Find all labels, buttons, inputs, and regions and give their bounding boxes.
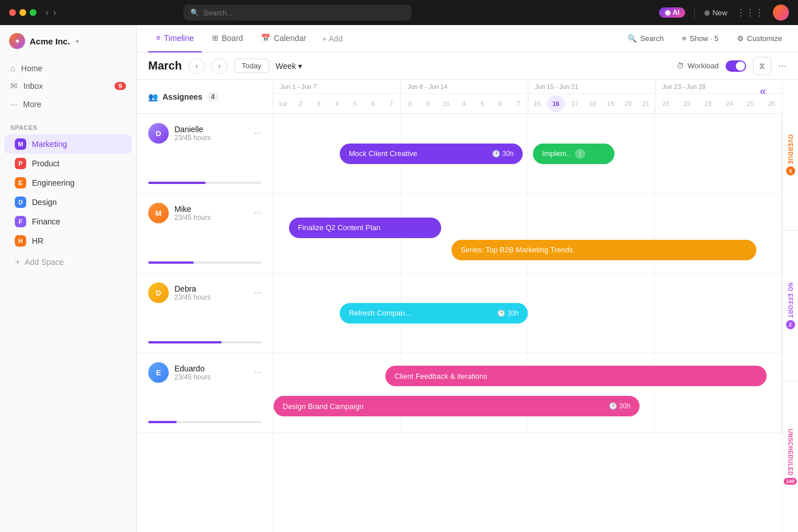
space-dot-finance: F <box>15 216 26 227</box>
chevron-down-icon: ▾ <box>76 38 79 44</box>
assignee-more-debra[interactable]: ··· <box>254 288 262 298</box>
nav-arrows: ‹ › <box>46 7 56 18</box>
space-label-engineering: Engineering <box>32 178 75 187</box>
new-button[interactable]: ⊕ New <box>704 9 727 17</box>
gantt-row-debra: Refresh Compan... 🕐 30h <box>274 273 782 353</box>
logo-icon: ✦ <box>14 37 21 46</box>
week-select[interactable]: Week ▾ <box>276 62 303 71</box>
add-space-button[interactable]: + Add Space <box>5 253 132 271</box>
assignee-details-mike: Mike 23/45 hours <box>174 204 210 222</box>
right-label-no-effort: No effort 2 <box>783 231 798 382</box>
close-dot[interactable] <box>9 9 16 16</box>
assignees-label: Assignees <box>162 92 202 101</box>
date-days-jun8: 8 9 10 4 5 6 7 <box>401 94 527 113</box>
assignee-details-eduardo: Eduardo 23/45 hours <box>174 364 210 381</box>
customize-button[interactable]: ⚙ Customize <box>732 32 787 45</box>
task-label: Refresh Compan... <box>349 309 411 317</box>
date-day: 6 <box>364 94 382 113</box>
assignee-more-danielle[interactable]: ··· <box>254 128 262 138</box>
show-label: Show · 5 <box>690 34 719 43</box>
assignee-name-danielle: Danielle <box>174 125 210 134</box>
more-options-button[interactable]: ··· <box>778 60 787 72</box>
date-group-header-jun1: Jun 1 - Jun 7 <box>274 80 400 94</box>
add-tab-button[interactable]: + Add <box>316 30 348 48</box>
search-input[interactable] <box>203 9 405 17</box>
today-button[interactable]: Today <box>234 59 269 73</box>
sidebar-item-more[interactable]: ··· More <box>5 95 132 113</box>
grid-col <box>528 194 655 273</box>
task-finalize-q2[interactable]: Finalize Q2 Content Plan <box>289 218 442 238</box>
avatar-eduardo: E <box>148 362 169 383</box>
week-chevron: ▾ <box>298 62 302 71</box>
user-avatar[interactable] <box>773 5 789 21</box>
space-item-product[interactable]: P Product <box>5 154 132 173</box>
task-label: Implem.. <box>542 149 571 158</box>
task-client-feedback[interactable]: Client Feedback & iterations <box>385 366 767 386</box>
task-series-b2b[interactable]: Series: Top B2B Marketing Trends <box>451 240 756 260</box>
assignee-info-mike: M Mike 23/45 hours ··· <box>148 203 262 223</box>
calendar-icon: 📅 <box>261 34 270 42</box>
date-group-header-jun15: Jun 15 - Jun 21 <box>528 80 655 94</box>
task-design-brand[interactable]: Design Brand Campaign 🕐 30h <box>274 396 640 416</box>
right-label-overdue: Overdue 3 <box>783 80 798 231</box>
add-tab-label: + Add <box>322 34 343 43</box>
week-label: Week <box>276 62 296 71</box>
space-item-engineering[interactable]: E Engineering <box>5 173 132 193</box>
space-item-hr[interactable]: H HR <box>5 231 132 251</box>
ai-icon: ◉ <box>665 9 670 17</box>
show-button[interactable]: ≡ Show · 5 <box>677 32 723 45</box>
space-item-design[interactable]: D Design <box>5 193 132 212</box>
task-mock-client-creative[interactable]: Mock Client Creative 🕐 30h <box>340 144 523 164</box>
workload-toggle[interactable] <box>726 60 746 72</box>
grid-col <box>655 194 782 273</box>
right-labels: Overdue 3 No effort 2 Unscheduled 140 <box>782 80 798 532</box>
grid-lines <box>274 353 782 432</box>
space-label-product: Product <box>32 159 59 168</box>
date-day: 20 <box>619 94 637 113</box>
company-header[interactable]: ✦ Acme Inc. ▾ <box>0 25 136 57</box>
collapse-button[interactable]: « <box>760 84 766 97</box>
timeline-header: March ‹ › Today Week ▾ ⏱ Workload ⧖ ··· <box>137 52 798 80</box>
tab-board-label: Board <box>222 34 243 43</box>
titlebar-search[interactable]: 🔍 <box>184 5 412 21</box>
date-day: 1st <box>274 94 292 113</box>
window-controls <box>9 9 36 16</box>
maximize-dot[interactable] <box>30 9 36 16</box>
search-label: Search <box>640 34 663 43</box>
tab-timeline[interactable]: ≡ Timeline <box>148 25 202 52</box>
assignee-more-mike[interactable]: ··· <box>254 208 262 218</box>
sidebar-item-home[interactable]: ⌂ Home <box>5 59 132 77</box>
overdue-count: 3 <box>786 166 795 175</box>
forward-arrow[interactable]: › <box>53 7 56 18</box>
sidebar-item-inbox[interactable]: ✉ Inbox 9 <box>5 77 132 95</box>
search-icon: 🔍 <box>628 34 637 43</box>
tab-board[interactable]: ⊞ Board <box>204 25 251 52</box>
no-effort-label: No effort <box>787 283 793 318</box>
minimize-dot[interactable] <box>19 9 26 16</box>
progress-fill-mike <box>148 261 194 264</box>
date-day: 7 <box>382 94 401 113</box>
right-label-unscheduled: Unscheduled 140 <box>783 382 798 532</box>
tab-calendar[interactable]: 📅 Calendar <box>253 25 314 52</box>
gear-icon: ⚙ <box>737 34 744 43</box>
assignee-details-debra: Debra 23/45 hours <box>174 284 210 301</box>
date-day: 6 <box>491 94 510 113</box>
space-item-marketing[interactable]: M Marketing <box>5 134 132 154</box>
timeline-body: 👥 Assignees 4 D Danielle 23/45 hours ··· <box>137 80 798 532</box>
assignee-row-danielle: D Danielle 23/45 hours ··· <box>137 114 273 194</box>
assignee-hours-mike: 23/45 hours <box>174 214 210 222</box>
task-refresh-compan[interactable]: Refresh Compan... 🕐 30h <box>340 303 528 324</box>
company-logo: ✦ <box>9 33 25 49</box>
sidebar-nav: ⌂ Home ✉ Inbox 9 ··· More <box>0 57 136 115</box>
task-implem[interactable]: Implem.. ! <box>533 144 614 164</box>
grid-icon[interactable]: ⋮⋮⋮ <box>736 7 764 18</box>
search-toolbar-button[interactable]: 🔍 Search <box>623 32 668 45</box>
filter-button[interactable]: ⧖ <box>753 57 771 75</box>
more-icon: ··· <box>10 99 18 109</box>
ai-badge[interactable]: ◉ AI <box>659 7 685 18</box>
space-item-finance[interactable]: F Finance <box>5 212 132 231</box>
prev-month-button[interactable]: ‹ <box>189 58 205 74</box>
next-month-button[interactable]: › <box>211 58 227 74</box>
back-arrow[interactable]: ‹ <box>46 7 48 18</box>
assignee-more-eduardo[interactable]: ··· <box>254 367 262 378</box>
